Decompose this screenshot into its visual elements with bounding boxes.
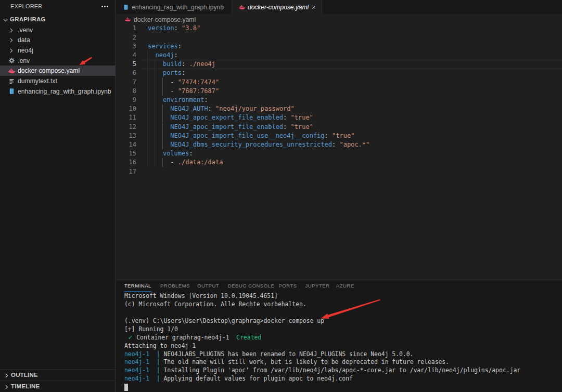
line-number: 2 <box>116 33 136 42</box>
section-header-outline[interactable]: OUTLINE <box>0 369 115 380</box>
tree-item-.venv[interactable]: .venv <box>0 25 116 35</box>
text-file-icon <box>8 78 15 85</box>
workspace-name: GRAPHRAG <box>10 16 46 22</box>
tree-item-data[interactable]: data <box>0 35 116 45</box>
terminal-line: Microsoft Windows [Version 10.0.19045.46… <box>124 292 278 300</box>
tree-item-.env[interactable]: .env <box>0 56 116 66</box>
chevron-right-icon <box>3 384 10 390</box>
code-line: NEO4J_dbms_security_procedures_unrestric… <box>148 140 369 150</box>
terminal-line: neo4j-1 | Applying default values for pl… <box>124 375 353 383</box>
terminal-line: (.venv) C:\Users\User\Desktop\graphrag>d… <box>124 317 324 325</box>
tree-item-label: .env <box>18 57 30 64</box>
panel-tab-terminal[interactable]: TERMINAL <box>124 281 151 292</box>
workspace-section-header[interactable]: GRAPHRAG <box>0 15 115 25</box>
terminal-line: neo4j-1 | NEO4JLABS_PLUGINS has been ren… <box>124 350 414 359</box>
terminal-line: Attaching to neo4j-1 <box>124 342 196 350</box>
tree-item-dummytext.txt[interactable]: dummytext.txt <box>0 76 116 86</box>
line-number: 7 <box>116 78 136 87</box>
chevron-right-icon <box>8 27 15 34</box>
vscode-window: { "colors": { "arrow": "#e8352e", "accen… <box>0 0 562 392</box>
gear-icon <box>8 57 15 64</box>
tree-item-label: neo4j <box>18 47 33 54</box>
code-line: ports: <box>148 69 185 78</box>
terminal-line: neo4j-1 | The old name will still work, … <box>124 358 449 367</box>
panel-tabs: TERMINALPROBLEMSOUTPUTDEBUG CONSOLEPORTS… <box>116 281 562 291</box>
notebook-icon <box>8 88 15 95</box>
panel-tab-jupyter[interactable]: JUPYTER <box>305 281 330 292</box>
panel: TERMINALPROBLEMSOUTPUTDEBUG CONSOLEPORTS… <box>116 280 562 392</box>
code-line: volumes: <box>148 149 193 159</box>
line-number: 15 <box>116 149 136 158</box>
tree-item-label: .venv <box>18 27 33 34</box>
line-number: 16 <box>116 158 136 167</box>
panel-tab-azure[interactable]: AZURE <box>336 281 354 292</box>
line-number: 17 <box>116 167 136 176</box>
line-number: 1 <box>116 24 136 33</box>
line-number: 3 <box>116 42 136 51</box>
line-number: 14 <box>116 140 136 149</box>
code-line: - "7474:7474" <box>148 78 219 87</box>
panel-tab-output[interactable]: OUTPUT <box>197 281 219 292</box>
code-line: neo4j: <box>148 51 178 60</box>
explorer-sidebar: EXPLORER GRAPHRAG .venvdataneo4j.envdock… <box>0 0 116 392</box>
section-title: OUTLINE <box>11 372 38 378</box>
terminal-line: ✓ Container graphrag-neo4j-1 Created <box>124 334 261 342</box>
code-line: - "7687:7687" <box>148 87 219 96</box>
chevron-right-icon <box>3 372 10 379</box>
explorer-title: EXPLORER <box>10 3 43 9</box>
line-number: 9 <box>116 96 136 104</box>
code-line: build: ./neo4j <box>148 60 215 69</box>
chevron-down-icon <box>2 17 9 23</box>
tree-item-enhancing-rag-with-graph.ipynb[interactable]: enhancing_rag_with_graph.ipynb <box>0 86 116 97</box>
line-number: 10 <box>116 104 136 113</box>
terminal-line: (c) Microsoft Corporation. Alle Rechte v… <box>124 300 306 309</box>
section-title: TIMELINE <box>11 383 40 389</box>
panel-tab-ports[interactable]: PORTS <box>279 281 297 292</box>
tree-item-docker-compose.yaml[interactable]: docker-compose.yaml <box>0 66 116 76</box>
code-line: services: <box>148 42 182 51</box>
line-number: 5 <box>116 60 136 69</box>
chevron-right-icon <box>8 37 15 44</box>
panel-tab-debug-console[interactable]: DEBUG CONSOLE <box>228 281 275 292</box>
panel-tab-problems[interactable]: PROBLEMS <box>160 281 190 292</box>
tree-item-label: data <box>18 36 30 44</box>
code-editor[interactable]: 1version: "3.8"23services:4 neo4j:5 buil… <box>116 0 562 280</box>
line-number: 6 <box>116 69 136 77</box>
terminal-line: [+] Running 1/0 <box>124 325 178 334</box>
line-number: 8 <box>116 87 136 96</box>
terminal-line: neo4j-1 | Installing Plugin 'apoc' from … <box>124 367 520 375</box>
line-number: 11 <box>116 113 136 122</box>
tree-item-label: enhancing_rag_with_graph.ipynb <box>18 88 111 95</box>
chevron-right-icon <box>8 47 15 54</box>
tree-item-label: docker-compose.yaml <box>18 67 80 74</box>
line-number: 4 <box>116 51 136 60</box>
docker-icon <box>8 68 15 74</box>
more-actions-icon[interactable] <box>101 6 108 7</box>
code-line: - ./data:/data <box>148 158 223 167</box>
tree-item-label: dummytext.txt <box>18 77 57 85</box>
code-line: NEO4J_apoc_export_file_enabled: "true" <box>148 113 313 123</box>
line-number: 12 <box>116 123 136 132</box>
explorer-header: EXPLORER <box>0 0 115 14</box>
code-line: environment: <box>148 96 208 105</box>
code-line: version: "3.8" <box>148 24 200 33</box>
tree-item-neo4j[interactable]: neo4j <box>0 45 116 56</box>
terminal-cursor <box>124 384 128 391</box>
line-number: 13 <box>116 132 136 140</box>
code-line: NEO4J_AUTH: "neo4j/your_password" <box>148 104 295 114</box>
code-line: NEO4J_apoc_import_file_enabled: "true" <box>148 123 313 132</box>
editor-area: enhancing_rag_with_graph.ipynbdocker-com… <box>116 0 562 392</box>
code-line: NEO4J_apoc_import_file_use__neo4j__confi… <box>148 132 354 141</box>
section-header-timeline[interactable]: TIMELINE <box>0 381 115 391</box>
